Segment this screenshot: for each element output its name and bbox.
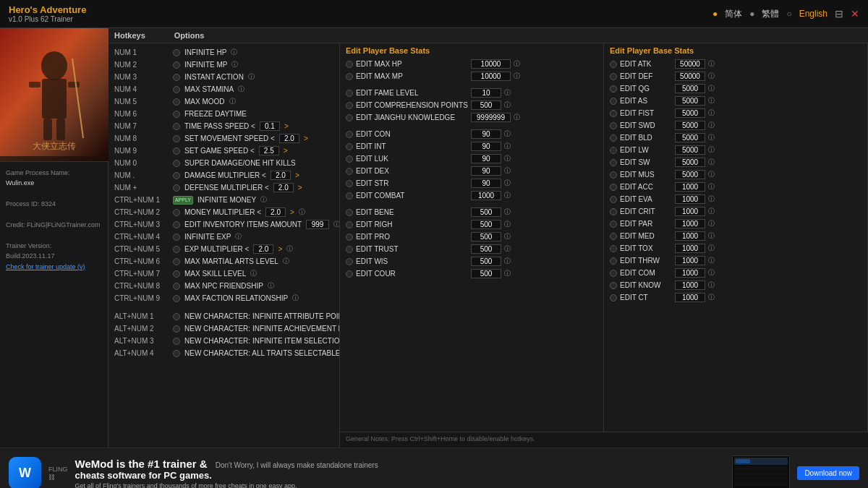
toggle-bld[interactable] xyxy=(610,134,617,142)
toggle-crit[interactable] xyxy=(610,208,617,215)
toggle-ctrl3[interactable] xyxy=(173,221,180,228)
input-con[interactable] xyxy=(471,129,501,139)
toggle-numplus[interactable] xyxy=(173,184,180,192)
value-numplus[interactable] xyxy=(273,183,294,192)
toggle-combat[interactable] xyxy=(346,192,353,200)
value-ctrl5[interactable] xyxy=(253,244,273,254)
input-combat[interactable] xyxy=(471,191,501,200)
input-trust[interactable] xyxy=(471,244,501,254)
toggle-med[interactable] xyxy=(610,233,617,240)
toggle-numdot[interactable] xyxy=(173,172,180,179)
input-com[interactable] xyxy=(675,268,705,278)
input-luk[interactable] xyxy=(471,154,501,163)
toggle-comprehension[interactable] xyxy=(346,102,353,109)
lang-english[interactable]: English xyxy=(799,9,827,19)
input-def[interactable] xyxy=(675,72,705,81)
input-pro[interactable] xyxy=(471,232,501,241)
input-comprehension[interactable] xyxy=(471,100,501,110)
toggle-str[interactable] xyxy=(346,180,353,187)
toggle-con[interactable] xyxy=(346,131,353,138)
toggle-trust[interactable] xyxy=(346,246,353,253)
input-qg[interactable] xyxy=(675,84,705,93)
input-tox[interactable] xyxy=(675,244,705,253)
input-lw[interactable] xyxy=(675,145,705,155)
info-ctrl1[interactable]: ⓘ xyxy=(260,195,267,205)
arrow-num7[interactable]: > xyxy=(284,122,289,130)
toggle-alt3[interactable] xyxy=(173,338,180,345)
toggle-atk[interactable] xyxy=(610,61,617,68)
toggle-com[interactable] xyxy=(610,270,617,277)
input-str[interactable] xyxy=(471,179,501,188)
info-num1[interactable]: ⓘ xyxy=(231,48,237,57)
toggle-num5[interactable] xyxy=(173,98,180,106)
minimize-button[interactable]: ⊟ xyxy=(835,8,843,20)
info-ctrl8[interactable]: ⓘ xyxy=(268,281,274,291)
toggle-pro[interactable] xyxy=(346,234,353,241)
toggle-righ[interactable] xyxy=(346,221,353,228)
value-ctrl2[interactable] xyxy=(265,207,286,217)
arrow-ctrl2[interactable]: > xyxy=(290,208,294,216)
input-int[interactable] xyxy=(471,142,501,151)
input-jianghu[interactable] xyxy=(471,113,511,122)
toggle-ctrl2[interactable] xyxy=(173,209,180,216)
arrow-ctrl5[interactable]: > xyxy=(278,245,282,253)
apply-ctrl1[interactable]: APPLY xyxy=(173,196,193,205)
input-eva[interactable] xyxy=(675,194,705,204)
toggle-num2[interactable] xyxy=(173,61,180,69)
value-ctrl3[interactable] xyxy=(306,220,329,229)
toggle-bene[interactable] xyxy=(346,209,353,216)
toggle-maxmp[interactable] xyxy=(346,73,353,80)
check-update[interactable]: Check for trainer update (v) xyxy=(6,262,102,272)
input-know[interactable] xyxy=(675,281,705,290)
value-num9[interactable] xyxy=(259,146,279,155)
toggle-jianghu[interactable] xyxy=(346,114,353,121)
toggle-num8[interactable] xyxy=(173,135,180,142)
input-wis[interactable] xyxy=(471,257,501,266)
input-cour[interactable] xyxy=(471,269,501,278)
value-numdot[interactable] xyxy=(271,171,291,180)
input-atk[interactable] xyxy=(675,59,705,69)
toggle-ctrl6[interactable] xyxy=(173,258,180,265)
input-acc[interactable] xyxy=(675,182,705,192)
value-num8[interactable] xyxy=(279,134,299,143)
toggle-ctrl9[interactable] xyxy=(173,295,180,302)
toggle-sw[interactable] xyxy=(610,159,617,166)
input-fame[interactable] xyxy=(471,88,501,98)
toggle-swd[interactable] xyxy=(610,122,617,129)
toggle-eva[interactable] xyxy=(610,196,617,203)
toggle-num4[interactable] xyxy=(173,86,180,93)
toggle-def[interactable] xyxy=(610,73,617,80)
input-bld[interactable] xyxy=(675,133,705,142)
toggle-fame[interactable] xyxy=(346,90,353,97)
toggle-int[interactable] xyxy=(346,143,353,150)
info-ctrl7[interactable]: ⓘ xyxy=(250,269,257,278)
toggle-num0[interactable] xyxy=(173,160,180,167)
info-ctrl9[interactable]: ⓘ xyxy=(292,294,299,303)
toggle-par[interactable] xyxy=(610,221,617,228)
toggle-num6[interactable] xyxy=(173,111,180,118)
toggle-alt1[interactable] xyxy=(173,313,180,320)
input-swd[interactable] xyxy=(675,121,705,130)
close-button[interactable]: ✕ xyxy=(851,8,859,20)
input-crit[interactable] xyxy=(675,207,705,216)
lang-simplified[interactable]: 简体 xyxy=(725,8,742,20)
info-num4[interactable]: ⓘ xyxy=(238,85,244,94)
input-bene[interactable] xyxy=(471,207,501,217)
toggle-ctrl7[interactable] xyxy=(173,270,180,278)
toggle-num3[interactable] xyxy=(173,74,180,81)
input-par[interactable] xyxy=(675,219,705,228)
input-righ[interactable] xyxy=(471,220,501,229)
toggle-acc[interactable] xyxy=(610,184,617,191)
info-num5[interactable]: ⓘ xyxy=(229,97,236,106)
info-ctrl6[interactable]: ⓘ xyxy=(283,257,289,266)
info-ctrl3[interactable]: ⓘ xyxy=(333,220,340,229)
info-num3[interactable]: ⓘ xyxy=(248,72,255,82)
toggle-qg[interactable] xyxy=(610,85,617,93)
toggle-alt2[interactable] xyxy=(173,325,180,333)
info-ctrl2[interactable]: ⓘ xyxy=(299,207,305,217)
toggle-num9[interactable] xyxy=(173,147,180,155)
toggle-as[interactable] xyxy=(610,98,617,105)
toggle-ctrl5[interactable] xyxy=(173,246,180,253)
arrow-num8[interactable]: > xyxy=(304,134,308,142)
info-ctrl4[interactable]: ⓘ xyxy=(235,232,242,241)
